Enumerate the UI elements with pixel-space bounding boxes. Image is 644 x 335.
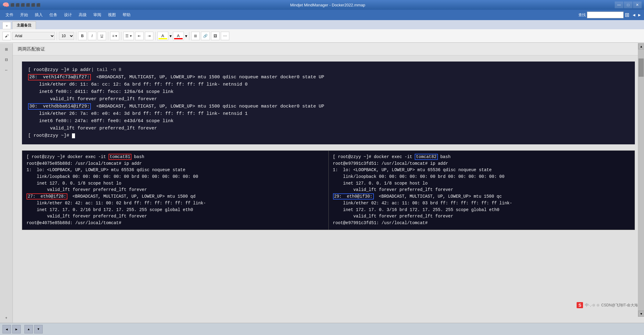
- search-icon[interactable]: ⊞: [625, 12, 629, 18]
- minimize-button[interactable]: —: [615, 2, 623, 8]
- nav-right-icon[interactable]: ►: [637, 12, 642, 17]
- term-line-valid1: valid_lft forever preferred_lft forever: [28, 96, 629, 103]
- titlebar-left: 🧠 ⬛ ⬛ ⬛ ⬛ ⬛ ⬛: [2, 2, 41, 8]
- terminal-pane-left: [ root@zzyy ~]# docker exec -it tomcat81…: [22, 151, 329, 230]
- left-line-1: [ root@zzyy ~]# docker exec -it tomcat81…: [27, 154, 324, 160]
- ribbon-collapse-button[interactable]: »: [2, 22, 11, 29]
- menu-file[interactable]: 文件: [2, 11, 16, 19]
- right-line-6: valid_lft forever preferred_lft forever: [333, 187, 631, 193]
- indent-left-button[interactable]: ⇤: [135, 32, 144, 40]
- scroll-up-button[interactable]: ▲: [638, 43, 644, 49]
- highlight-dropdown-icon[interactable]: ▾: [170, 34, 172, 38]
- align-button[interactable]: ≡ ▾: [110, 32, 119, 40]
- menu-design[interactable]: 设计: [61, 11, 75, 19]
- quick-access: ⬛ ⬛ ⬛ ⬛ ⬛ ⬛: [10, 3, 41, 7]
- term-line-28: 28: veth14fc73a@if27: <BROADCAST, MULTIC…: [28, 74, 629, 81]
- highlight-color-button[interactable]: A: [157, 32, 168, 40]
- left-sidebar: ⊞ ⊟ ↔ +: [0, 43, 13, 323]
- status-nav-down[interactable]: ▼: [34, 325, 43, 333]
- scroll-down-button[interactable]: ▼: [638, 311, 644, 317]
- right-line-11: root@e97991c3fd51: /usr/local/tomcat#: [333, 220, 631, 227]
- bold-button[interactable]: B: [78, 32, 87, 40]
- list-button[interactable]: ☰ ▾: [123, 32, 134, 40]
- terminal-main: [ root@zzyy ~]# ip addr| tail -n 8 28: v…: [22, 62, 635, 144]
- right-line-9: inet 172. 17. 0. 3/16 brd 172. 17. 255. …: [333, 207, 631, 213]
- image-button[interactable]: 🖼: [211, 32, 220, 40]
- status-nav-right[interactable]: ►: [12, 325, 21, 333]
- right-line-10: valid_lft forever preferred_lft forever: [333, 213, 631, 220]
- right-line-8: link/ether 02: 42: ac: 11: 00: 03 brd ff…: [333, 200, 631, 207]
- maximize-button[interactable]: □: [624, 2, 632, 8]
- menu-insert[interactable]: 插入: [32, 11, 46, 19]
- menu-review[interactable]: 审阅: [90, 11, 104, 19]
- window-controls[interactable]: — □ ✕: [615, 2, 642, 8]
- vertical-scrollbar[interactable]: ▲ ▼: [638, 43, 644, 317]
- left-tomcat81-highlight: tomcat81: [109, 154, 131, 160]
- csdn-author: CSDN@飞翔IT-命大海: [601, 303, 638, 308]
- search-input[interactable]: [587, 12, 624, 18]
- left-if28-highlight: 27: eth0@if28:: [27, 193, 67, 199]
- heading-text: 两两匹配验证: [18, 46, 45, 52]
- csdn-logo: S: [577, 302, 583, 308]
- table-button[interactable]: ⊞: [191, 32, 200, 40]
- left-line-3: 1: lo: <LOOPBACK, UP, LOWER_UP> mtu 6553…: [27, 167, 324, 174]
- indent-right-button[interactable]: ⇥: [145, 32, 153, 40]
- csdn-watermark: S 中·,·⊙ ⊙ CSDN@飞翔IT-命大海: [577, 302, 638, 308]
- left-line-4: link/loopback 00: 00: 00: 00: 00: 00 brd…: [27, 174, 324, 180]
- font-color-dropdown-icon[interactable]: ▾: [185, 34, 187, 38]
- sidebar-icon-3[interactable]: ↔: [2, 65, 11, 75]
- nav-left-icon[interactable]: ◄: [632, 12, 636, 17]
- separator-5: [155, 32, 156, 40]
- tab-notes[interactable]: 主题备注: [12, 21, 36, 29]
- sidebar-icon-arrow[interactable]: +: [2, 313, 11, 323]
- bottom-terminals: [ root@zzyy ~]# docker exec -it tomcat81…: [22, 150, 635, 230]
- status-nav-left[interactable]: ◄: [2, 325, 11, 333]
- term-line-link2: link/ether 26: 7a: e8: e0: e4: 3d brd ff…: [28, 110, 629, 118]
- status-nav-up[interactable]: ▲: [24, 325, 33, 333]
- format-painter-button[interactable]: 🖌: [2, 32, 11, 40]
- sidebar-icon-2[interactable]: ⊟: [2, 55, 11, 65]
- separator-3: [108, 32, 108, 40]
- term-prompt-line: [ root@zzyy ~]# ip addr| tail -n 8: [28, 66, 629, 74]
- term-line-inet6-1: inet6 fe80:: d411: 6aff: fecc: 126a/64 s…: [28, 88, 629, 96]
- term-line-valid2: valid_lft forever preferred_lft forever: [28, 125, 629, 132]
- right-line-2: root@e97991c3fd51: /usr/local/tomcat# ip…: [333, 160, 631, 167]
- menu-help[interactable]: 帮助: [120, 11, 134, 19]
- statusbar: ◄ ► ▲ ▼: [0, 323, 644, 335]
- more-button[interactable]: ⋯: [221, 32, 229, 40]
- separator-2: [76, 32, 76, 40]
- separator-4: [121, 32, 121, 40]
- csdn-icons: 中·,·⊙ ⊙: [585, 302, 599, 308]
- left-line-5: inet 127. 0. 0. 1/8 scope host lo: [27, 180, 324, 187]
- italic-button[interactable]: I: [88, 32, 96, 40]
- search-area: 查找 ⊞ ◄ ►: [578, 12, 642, 18]
- right-line-5: inet 127. 0. 0. 1/8 scope host lo: [333, 180, 631, 187]
- separator-1: [57, 32, 57, 40]
- underline-button[interactable]: U: [98, 32, 106, 40]
- sidebar-icon-1[interactable]: ⊞: [2, 44, 11, 54]
- vscroll-thumb[interactable]: [639, 58, 644, 77]
- close-button[interactable]: ✕: [633, 2, 642, 8]
- menu-view[interactable]: 视图: [105, 11, 119, 19]
- ribbon-tabs: » 主题备注: [0, 20, 644, 29]
- right-line-7: 29: eth0@if30: <BROADCAST, MULTICAST, UP…: [333, 193, 631, 200]
- window-title: Mindjet MindManager - Docker2022.mmap: [41, 3, 615, 7]
- ribbon-toolbar: 🖌 Arial 10 B I U ≡ ▾ ☰ ▾ ⇤ ⇥ A ▾ A ▾ ⊞ 🔗…: [0, 29, 644, 43]
- font-selector[interactable]: Arial: [12, 32, 55, 40]
- font-size-selector[interactable]: 10: [59, 32, 74, 40]
- link-button[interactable]: 🔗: [201, 32, 210, 40]
- term-line-inet6-2: inet6 fe80:: 247a: e8ff: fee0: e43d/64 s…: [28, 118, 629, 125]
- terminal-pane-right: [ root@zzyy ~]# docker exec -it tomcat82…: [329, 151, 635, 230]
- left-line-10: valid_lft forever preferred_lft forever: [27, 213, 324, 220]
- right-line-4: link/loopback 00: 00: 00: 00: 00: 00 brd…: [333, 174, 631, 180]
- left-line-9: inet 172. 17. 0. 2/16 brd 172. 17. 255. …: [27, 207, 324, 213]
- separator-6: [189, 32, 189, 40]
- menu-advanced[interactable]: 高级: [76, 11, 90, 19]
- right-if30-highlight: 29: eth0@if30:: [333, 193, 374, 199]
- menu-task[interactable]: 任务: [46, 11, 60, 19]
- font-color-button[interactable]: A: [173, 32, 184, 40]
- term-highlight-30: 30: vethdbba614@if29:: [28, 103, 91, 110]
- terminal-cursor: [72, 133, 75, 138]
- menu-start[interactable]: 开始: [17, 11, 31, 19]
- right-line-1: [ root@zzyy ~]# docker exec -it tomcat82…: [333, 154, 631, 160]
